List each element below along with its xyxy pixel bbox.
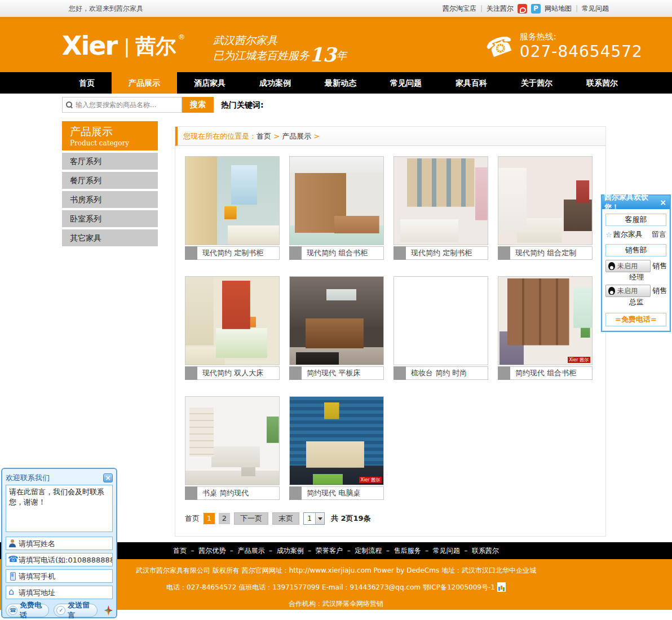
sitemap-link[interactable]: 网站地图 [545,4,572,14]
product-card[interactable]: 简约现代 平板床 [289,276,384,380]
product-image[interactable] [289,156,384,245]
follow-link[interactable]: 关注茜尔 [487,4,514,14]
product-card[interactable]: 梳妆台 简约 时尚 [394,276,488,380]
product-image[interactable] [185,276,280,365]
nav-item[interactable]: 酒店家具 [177,72,242,94]
product-image[interactable] [185,396,280,485]
pager-first[interactable]: 首页 [185,513,200,524]
footer-nav-link[interactable]: 售后服务 [394,546,433,556]
sidebar-category-item[interactable]: 卧室系列 [62,210,158,227]
footer-nav-link[interactable]: 茜尔优势 [198,546,237,556]
search-input[interactable] [76,101,171,109]
nav-item[interactable]: 常见问题 [373,72,439,94]
search-button[interactable]: 搜索 [182,97,214,113]
nav-item[interactable]: 关于茜尔 [504,72,569,94]
nav-item[interactable]: 成功案例 [242,72,308,94]
product-title[interactable]: 简约现代 电脑桌 [302,486,384,500]
contact-input[interactable] [19,572,112,581]
faq-link[interactable]: 常见问题 [582,4,609,14]
product-image[interactable]: Xier 茜尔 [498,276,593,365]
nav-item[interactable]: 家具百科 [439,72,504,94]
pagination: 首页 12 下一页 末页 1 共 2页19条 [185,512,371,525]
leave-message-link[interactable]: 留言 [652,229,666,240]
product-card[interactable]: Xier 茜尔 简约现代 组合书柜 [498,276,593,380]
product-card[interactable]: 现代简约 组合定制 [498,156,593,260]
breadcrumb-link[interactable]: 产品展示 [282,132,322,140]
pager-page-number[interactable]: 2 [219,513,230,524]
product-card[interactable]: 现代简约 双人大床 [185,276,280,380]
product-title[interactable]: 书桌 简约现代 [197,486,280,500]
product-title[interactable]: 现代简约 组合书柜 [302,246,384,260]
qq-contact-name: 茜尔家具 [613,229,652,240]
product-image[interactable] [498,156,593,245]
logo[interactable]: Xier | 茜尔 ® [62,32,185,61]
page-select[interactable]: 1 [303,512,325,525]
qq-chat-button[interactable]: 未启用 [605,285,651,297]
nav-item[interactable]: 最新动态 [308,72,373,94]
product-label-row: 梳妆台 简约 时尚 [394,366,488,380]
sidebar-subtitle: Product category [70,139,158,147]
qq-chat-button[interactable]: 未启用 [605,260,651,272]
footer-nav-link[interactable]: 常见问题 [433,546,472,556]
contact-input[interactable] [19,539,112,548]
tencent-weibo-icon[interactable] [531,4,541,14]
product-title[interactable]: 梳妆台 简约 时尚 [406,366,488,380]
contact-input[interactable] [19,588,112,597]
sidebar-category-item[interactable]: 其它家具 [62,229,158,246]
qq-penguin-icon [608,262,615,270]
contact-input[interactable] [19,556,112,564]
product-image[interactable] [394,156,488,245]
product-title[interactable]: 现代简约 定制书柜 [406,246,488,260]
product-image[interactable] [394,276,488,365]
right-widget-body: 客服部 ☆ 茜尔家具 留言 销售部 未启用 销售 经理 [602,209,670,331]
sidebar-category-item[interactable]: 书房系列 [62,191,158,208]
sidebar-category-item[interactable]: 餐厅系列 [62,172,158,189]
free-call-button[interactable]: =免费电话= [605,313,666,326]
pager-pages: 12 [204,513,230,524]
decor-star-icon[interactable] [104,605,113,615]
slogan: 武汉茜尔家具 已为江城老百姓服务13年 [213,33,347,63]
product-image[interactable] [289,276,384,365]
product-title[interactable]: 简约现代 平板床 [302,366,384,380]
product-card[interactable]: 现代简约 定制书柜 [185,156,280,260]
footer-nav-link[interactable]: 产品展示 [237,546,276,556]
product-card[interactable]: Xier 茜尔 简约现代 电脑桌 [289,396,384,500]
agent-role: 销售 [652,286,667,296]
cnzz-stats-icon[interactable] [497,582,506,592]
footer-nav-link[interactable]: 成功案例 [277,546,316,556]
sidebar-category-item[interactable]: 客厅系列 [62,153,158,170]
free-call-button[interactable]: ☎ 免费电话 [6,604,49,617]
logo-en-text: Xier [62,32,117,60]
breadcrumb-link[interactable]: 首页 [257,132,282,140]
chevron-down-icon[interactable] [315,513,324,524]
star-icon: ☆ [605,231,612,239]
footer-nav-link[interactable]: 联系茜尔 [472,546,499,556]
footer-nav-link[interactable]: 定制流程 [355,546,394,556]
product-title[interactable]: 现代简约 双人大床 [197,366,280,380]
message-textarea[interactable]: 请在此留言，我们会及时联系您，谢谢！ [6,485,113,532]
product-title[interactable]: 现代简约 定制书柜 [197,246,280,260]
nav-item[interactable]: 产品展示 [112,72,177,94]
sales-agent-row: 未启用 销售 经理 [605,260,667,282]
product-title[interactable]: 现代简约 组合定制 [510,246,593,260]
product-label-row: 现代简约 定制书柜 [185,246,280,260]
product-image[interactable]: Xier 茜尔 [289,396,384,485]
product-card[interactable]: 现代简约 定制书柜 [394,156,488,260]
pager-next[interactable]: 下一页 [234,512,268,525]
product-card[interactable]: 现代简约 组合书柜 [289,156,384,260]
qq-status: 未启用 [617,262,638,271]
weibo-icon[interactable] [518,4,527,14]
pager-page-number[interactable]: 1 [204,513,215,524]
product-card[interactable]: 书桌 简约现代 [185,396,280,500]
footer-nav-link[interactable]: 首页 [173,546,198,556]
nav-item[interactable]: 首页 [62,72,112,94]
nav-item[interactable]: 联系茜尔 [569,72,635,94]
close-icon[interactable]: × [658,198,667,207]
send-message-button[interactable]: ✓ 发送留言 [54,604,97,617]
pager-last[interactable]: 末页 [272,512,299,525]
product-image[interactable] [185,156,280,245]
close-icon[interactable]: × [103,473,113,482]
product-title[interactable]: 简约现代 组合书柜 [510,366,593,380]
footer-nav-link[interactable]: 荣誉客户 [316,546,355,556]
taobao-store-link[interactable]: 茜尔淘宝店 [443,4,476,14]
